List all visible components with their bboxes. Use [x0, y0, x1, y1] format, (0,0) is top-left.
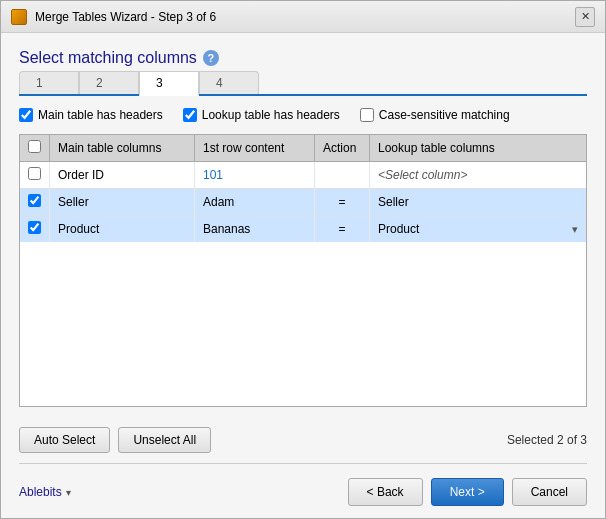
row-2-action: = — [315, 189, 370, 216]
row-1-link-value: 101 — [203, 168, 223, 182]
unselect-all-button[interactable]: Unselect All — [118, 427, 211, 453]
row-2-checkbox-cell — [20, 189, 50, 216]
header-lookup-col: Lookup table columns — [370, 135, 587, 162]
tab-4[interactable]: 4 — [199, 71, 259, 94]
tab-3[interactable]: 3 — [139, 71, 199, 96]
tab-2[interactable]: 2 — [79, 71, 139, 94]
row-2-lookup-col: Seller — [370, 189, 587, 216]
columns-table: Main table columns 1st row content Actio… — [20, 135, 586, 242]
table-row: Product Bananas = Product ▾ — [20, 216, 586, 243]
brand-area[interactable]: Ablebits ▾ — [19, 485, 71, 499]
header-action: Action — [315, 135, 370, 162]
columns-table-container: Main table columns 1st row content Actio… — [19, 134, 587, 407]
row-3-checkbox[interactable] — [28, 221, 41, 234]
lookup-headers-label: Lookup table has headers — [202, 108, 340, 122]
row-2-checkbox[interactable] — [28, 194, 41, 207]
row-2-first-row: Adam — [195, 189, 315, 216]
lookup-headers-option[interactable]: Lookup table has headers — [183, 108, 340, 122]
row-1-select-placeholder: <Select column> — [378, 168, 467, 182]
row-3-checkbox-cell — [20, 216, 50, 243]
divider — [19, 463, 587, 464]
brand-dropdown-icon[interactable]: ▾ — [66, 487, 71, 498]
case-sensitive-checkbox[interactable] — [360, 108, 374, 122]
options-row: Main table has headers Lookup table has … — [19, 108, 587, 122]
row-1-first-row: 101 — [195, 162, 315, 189]
row-1-checkbox-cell — [20, 162, 50, 189]
header-first-row: 1st row content — [195, 135, 315, 162]
case-sensitive-option[interactable]: Case-sensitive matching — [360, 108, 510, 122]
row-1-action — [315, 162, 370, 189]
auto-select-button[interactable]: Auto Select — [19, 427, 110, 453]
header-checkbox-cell — [20, 135, 50, 162]
dropdown-arrow-icon[interactable]: ▾ — [572, 223, 578, 236]
bottom-area: Auto Select Unselect All Selected 2 of 3… — [1, 417, 605, 518]
left-action-buttons: Auto Select Unselect All — [19, 427, 211, 453]
main-headers-checkbox[interactable] — [19, 108, 33, 122]
table-row: Seller Adam = Seller — [20, 189, 586, 216]
main-headers-label: Main table has headers — [38, 108, 163, 122]
app-icon — [11, 9, 27, 25]
section-title-text: Select matching columns — [19, 49, 197, 67]
row-3-action: = — [315, 216, 370, 243]
row-3-first-row: Bananas — [195, 216, 315, 243]
header-main-col: Main table columns — [50, 135, 195, 162]
back-button[interactable]: < Back — [348, 478, 423, 506]
action-buttons-row: Auto Select Unselect All Selected 2 of 3 — [19, 427, 587, 453]
row-3-main-col: Product — [50, 216, 195, 243]
close-button[interactable]: ✕ — [575, 7, 595, 27]
row-3-lookup-col: Product ▾ — [370, 216, 587, 243]
lookup-headers-checkbox[interactable] — [183, 108, 197, 122]
section-title-row: Select matching columns ? — [19, 49, 587, 67]
nav-row: Ablebits ▾ < Back Next > Cancel — [19, 478, 587, 506]
title-bar-left: Merge Tables Wizard - Step 3 of 6 — [11, 9, 216, 25]
next-button[interactable]: Next > — [431, 478, 504, 506]
row-3-lookup-value: Product — [378, 222, 419, 236]
main-headers-option[interactable]: Main table has headers — [19, 108, 163, 122]
tab-bar: 1 2 3 4 — [19, 71, 587, 96]
brand-name: Ablebits — [19, 485, 62, 499]
row-1-lookup-cell: <Select column> — [378, 168, 578, 182]
cancel-button[interactable]: Cancel — [512, 478, 587, 506]
case-sensitive-label: Case-sensitive matching — [379, 108, 510, 122]
main-window: Merge Tables Wizard - Step 3 of 6 ✕ Sele… — [0, 0, 606, 519]
help-icon[interactable]: ? — [203, 50, 219, 66]
tab-1[interactable]: 1 — [19, 71, 79, 94]
table-header-row: Main table columns 1st row content Actio… — [20, 135, 586, 162]
window-title: Merge Tables Wizard - Step 3 of 6 — [35, 10, 216, 24]
header-checkbox[interactable] — [28, 140, 41, 153]
title-bar: Merge Tables Wizard - Step 3 of 6 ✕ — [1, 1, 605, 33]
table-row: Order ID 101 <Select column> — [20, 162, 586, 189]
nav-buttons: < Back Next > Cancel — [348, 478, 587, 506]
row-1-main-col: Order ID — [50, 162, 195, 189]
content-area: Select matching columns ? 1 2 3 4 Main t… — [1, 33, 605, 417]
row-1-checkbox[interactable] — [28, 167, 41, 180]
row-1-lookup-col: <Select column> — [370, 162, 587, 189]
selected-count: Selected 2 of 3 — [507, 433, 587, 447]
row-2-main-col: Seller — [50, 189, 195, 216]
row-3-lookup-cell: Product ▾ — [378, 222, 578, 236]
